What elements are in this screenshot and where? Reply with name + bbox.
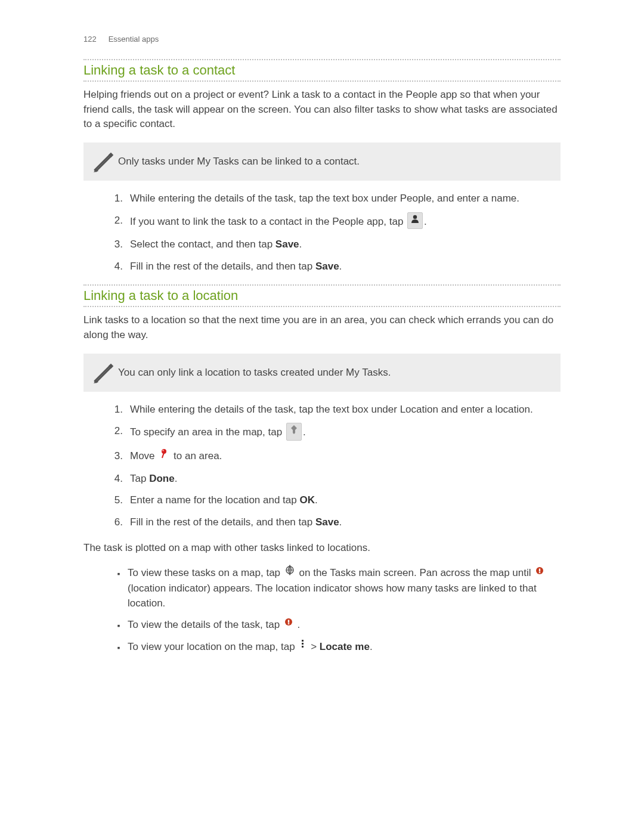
note-text: Only tasks under My Tasks can be linked … xyxy=(116,156,360,168)
bullet-item: ▪ To view these tasks on a map, tap on t… xyxy=(110,566,561,611)
step-item: 1. While entering the details of the tas… xyxy=(112,402,561,417)
text-fragment: Enter a name for the location and tap xyxy=(130,494,299,506)
bullet-text: To view the details of the task, tap . xyxy=(128,618,561,633)
step-item: 3. Move to an area. xyxy=(112,449,561,465)
bullet-item: ▪ To view your location on the map, tap … xyxy=(110,640,561,655)
text-fragment: . xyxy=(298,619,301,630)
page-number: 122 xyxy=(83,35,97,44)
step-text: If you want to link the task to a contac… xyxy=(130,213,561,231)
step-item: 3. Select the contact, and then tap Save… xyxy=(112,237,561,252)
text-fragment: If you want to link the task to a contac… xyxy=(130,215,406,227)
divider xyxy=(83,80,561,82)
bold-text: Done xyxy=(149,473,175,484)
section-heading: Linking a task to a contact xyxy=(83,60,561,80)
bold-text: Save xyxy=(315,261,339,272)
step-text: To specify an area in the map, tap . xyxy=(130,424,561,442)
text-fragment: . xyxy=(424,215,427,227)
location-indicator-icon xyxy=(284,617,293,631)
step-item: 4. Fill in the rest of the details, and … xyxy=(112,259,561,274)
note-callout: You can only link a location to tasks cr… xyxy=(83,354,561,392)
step-item: 5. Enter a name for the location and tap… xyxy=(112,493,561,508)
step-number: 2. xyxy=(112,424,130,442)
steps-list: 1. While entering the details of the tas… xyxy=(112,402,561,530)
text-fragment: . xyxy=(299,239,302,250)
text-fragment: . xyxy=(339,261,342,272)
bullet-marker: ▪ xyxy=(110,640,128,655)
globe-icon xyxy=(284,565,295,580)
step-number: 2. xyxy=(112,213,130,231)
bullet-text: To view your location on the map, tap > … xyxy=(128,640,561,655)
step-number: 4. xyxy=(112,259,130,274)
step-item: 1. While entering the details of the tas… xyxy=(112,191,561,206)
step-text: While entering the details of the task, … xyxy=(130,191,561,206)
pin-outline-icon xyxy=(286,423,302,441)
bullet-item: ▪ To view the details of the task, tap . xyxy=(110,618,561,633)
step-number: 1. xyxy=(112,191,130,206)
text-fragment: . xyxy=(370,641,373,652)
text-fragment: Fill in the rest of the details, and the… xyxy=(130,261,315,272)
bold-text: OK xyxy=(299,494,315,506)
bullet-text: To view these tasks on a map, tap on the… xyxy=(128,566,561,611)
pen-icon xyxy=(91,151,116,172)
page-header: 122 Essential apps xyxy=(83,35,561,44)
text-fragment: . xyxy=(315,494,318,506)
bold-text: Locate me xyxy=(320,641,370,652)
step-item: 6. Fill in the rest of the details, and … xyxy=(112,515,561,530)
bold-text: Save xyxy=(315,516,339,528)
text-fragment: To view these tasks on a map, tap xyxy=(128,568,283,579)
text-fragment: Move xyxy=(130,450,157,462)
intro-paragraph: Link tasks to a location so that the nex… xyxy=(83,313,561,342)
pushpin-icon xyxy=(159,448,169,463)
text-fragment: > xyxy=(311,641,320,652)
bullet-list: ▪ To view these tasks on a map, tap on t… xyxy=(110,566,561,655)
text-fragment: to an area. xyxy=(174,450,222,462)
bullet-marker: ▪ xyxy=(110,566,128,611)
step-text: Enter a name for the location and tap OK… xyxy=(130,493,561,508)
step-text: Tap Done. xyxy=(130,472,561,487)
step-number: 5. xyxy=(112,493,130,508)
steps-list: 1. While entering the details of the tas… xyxy=(112,191,561,274)
text-fragment: . xyxy=(303,427,306,438)
section-heading: Linking a task to a location xyxy=(83,286,561,306)
menu-dots-icon xyxy=(299,639,306,654)
step-text: While entering the details of the task, … xyxy=(130,402,561,417)
text-fragment: To view your location on the map, tap xyxy=(128,641,298,652)
location-indicator-icon xyxy=(535,565,544,580)
text-fragment: . xyxy=(339,516,342,528)
chapter-name: Essential apps xyxy=(109,35,159,44)
note-text: You can only link a location to tasks cr… xyxy=(116,367,391,379)
step-number: 1. xyxy=(112,402,130,417)
document-page: 122 Essential apps Linking a task to a c… xyxy=(0,0,644,655)
divider xyxy=(83,306,561,307)
step-text: Move to an area. xyxy=(130,449,561,465)
bullet-marker: ▪ xyxy=(110,618,128,633)
text-fragment: Tap xyxy=(130,473,149,484)
text-fragment: on the Tasks main screen. Pan across the… xyxy=(299,568,534,579)
step-text: Select the contact, and then tap Save. xyxy=(130,237,561,252)
note-callout: Only tasks under My Tasks can be linked … xyxy=(83,143,561,181)
step-item: 4. Tap Done. xyxy=(112,472,561,487)
step-number: 3. xyxy=(112,449,130,465)
step-number: 4. xyxy=(112,472,130,487)
text-fragment: Select the contact, and then tap xyxy=(130,239,275,250)
step-text: Fill in the rest of the details, and the… xyxy=(130,259,561,274)
pen-icon xyxy=(91,362,116,383)
step-item: 2. If you want to link the task to a con… xyxy=(112,213,561,231)
step-number: 6. xyxy=(112,515,130,530)
step-text: Fill in the rest of the details, and the… xyxy=(130,515,561,530)
intro-paragraph: Helping friends out on a project or even… xyxy=(83,88,561,132)
step-number: 3. xyxy=(112,237,130,252)
person-icon xyxy=(407,212,423,230)
step-item: 2. To specify an area in the map, tap . xyxy=(112,424,561,442)
text-fragment: To specify an area in the map, tap xyxy=(130,427,285,438)
text-fragment: . xyxy=(175,473,178,484)
bold-text: Save xyxy=(275,239,299,250)
after-paragraph: The task is plotted on a map with other … xyxy=(83,541,561,556)
text-fragment: Fill in the rest of the details, and the… xyxy=(130,516,315,528)
text-fragment: To view the details of the task, tap xyxy=(128,619,283,630)
text-fragment: (location indicator) appears. The locati… xyxy=(128,583,537,609)
